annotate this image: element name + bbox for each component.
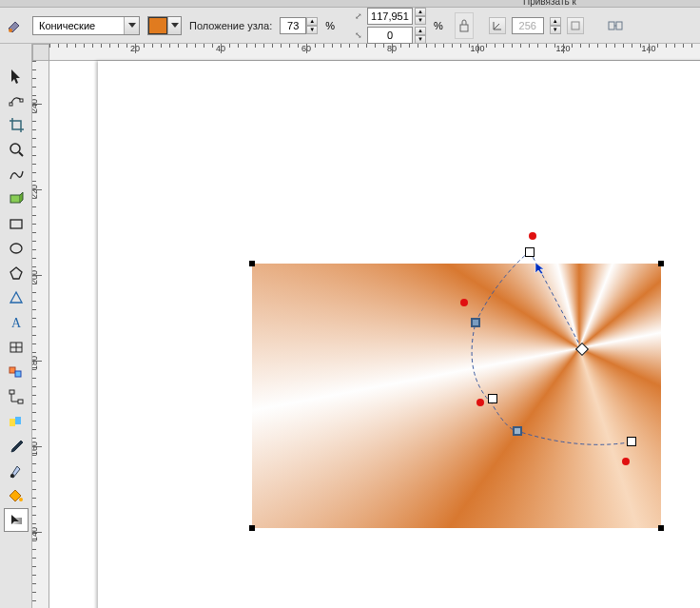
fill-node-start[interactable] (627, 437, 636, 446)
color-dropdown-button[interactable] (167, 17, 181, 34)
svg-point-20 (19, 498, 23, 501)
ellipse-tool-icon (8, 240, 25, 257)
svg-rect-1 (460, 25, 468, 31)
eyedropper-tool[interactable] (4, 434, 29, 458)
shape-tool-icon (8, 91, 25, 108)
svg-text:A: A (11, 316, 22, 330)
angle-button[interactable] (489, 17, 506, 34)
shape-tool[interactable] (4, 88, 29, 111)
edit-fill-icon[interactable] (4, 15, 25, 36)
selection-handle-br[interactable] (658, 525, 664, 531)
dropdown-button[interactable] (124, 17, 139, 34)
fill-node-2[interactable] (488, 394, 497, 403)
svg-rect-18 (15, 417, 21, 424)
vertical-ruler[interactable]: 240220200180160140120 (32, 61, 49, 608)
steps-input[interactable] (512, 17, 544, 34)
node-position-spinner[interactable]: ▲▼ (306, 17, 318, 34)
snap-label: Привязать к (523, 0, 576, 7)
connector-tool-icon (8, 388, 25, 405)
menu-fragment: Привязать к (0, 0, 700, 8)
blend-tool-icon (8, 413, 25, 430)
node-position-label: Положение узла: (189, 20, 272, 31)
svg-point-19 (10, 474, 14, 478)
node-position-unit: % (325, 20, 335, 31)
toolbox: A (0, 44, 32, 608)
chevron-down-icon (171, 23, 179, 28)
svg-rect-3 (609, 22, 614, 29)
coord-group: ⤢ ▲▼ ⤡ ▲▼ (352, 8, 426, 44)
horizontal-ruler[interactable]: 20406080100120140 (32, 44, 700, 61)
property-bar: Конические Положение узла: ▲▼ % ⤢ ▲▼ ⤡ ▲… (0, 8, 700, 44)
rectangle-tool[interactable] (4, 211, 29, 235)
svg-rect-8 (10, 195, 20, 203)
basic-shapes-tool[interactable] (4, 285, 29, 309)
table-tool-icon (8, 339, 25, 356)
copy-icon (608, 19, 623, 32)
canvas[interactable] (49, 61, 700, 608)
svg-point-0 (9, 29, 12, 32)
coord-y-input[interactable] (367, 27, 413, 44)
svg-rect-14 (15, 371, 21, 377)
dimension-tool-icon (8, 363, 25, 381)
text-tool[interactable]: A (4, 310, 29, 334)
square-icon (570, 20, 581, 31)
coord-y-spinner[interactable]: ▲▼ (415, 27, 426, 44)
copy-props-button[interactable] (607, 17, 624, 34)
svg-rect-6 (20, 99, 23, 102)
fill-node-selected[interactable] (471, 318, 480, 327)
color-swatch (148, 17, 167, 34)
fill-type-dropdown[interactable]: Конические (32, 16, 140, 35)
svg-rect-4 (616, 22, 622, 29)
freehand-tool[interactable] (4, 162, 29, 186)
midpoint-dot-4[interactable] (622, 458, 630, 465)
fill-node-end[interactable] (525, 247, 535, 257)
interactive-fill-tool[interactable] (4, 508, 29, 532)
table-tool[interactable] (4, 335, 29, 359)
x-icon: ⤢ (352, 10, 365, 23)
cursor-icon (535, 262, 548, 275)
interactive-fill-tool-icon (8, 512, 25, 529)
selection-handle-bl[interactable] (249, 525, 255, 531)
fill-color-picker[interactable] (147, 16, 182, 35)
zoom-tool-icon (8, 141, 25, 158)
fill-tool[interactable] (4, 483, 29, 507)
svg-point-7 (10, 144, 20, 153)
text-tool-icon: A (8, 314, 25, 331)
svg-rect-5 (10, 103, 12, 106)
outline-tool[interactable] (4, 459, 29, 482)
svg-rect-2 (572, 22, 579, 29)
midpoint-dot-1[interactable] (529, 232, 536, 240)
lock-button[interactable] (455, 12, 474, 39)
selection-handle-tl[interactable] (249, 261, 255, 266)
polygon-tool-icon (8, 265, 25, 282)
smart-fill-tool[interactable] (4, 186, 29, 210)
svg-rect-17 (10, 419, 15, 426)
node-position-input[interactable] (280, 17, 306, 34)
ellipse-tool[interactable] (4, 236, 29, 260)
coord-x-spinner[interactable]: ▲▼ (415, 8, 426, 25)
smart-fill-tool-icon (8, 190, 25, 207)
ruler-origin[interactable] (32, 44, 49, 61)
polygon-tool[interactable] (4, 261, 29, 284)
rectangle-tool-icon (8, 215, 25, 232)
midpoint-dot-3[interactable] (476, 399, 484, 406)
freehand-tool-icon (8, 166, 25, 183)
blend-tool[interactable] (4, 409, 29, 433)
zoom-tool[interactable] (4, 137, 29, 161)
fill-node-3[interactable] (513, 426, 522, 436)
svg-rect-9 (10, 220, 22, 228)
pick-tool[interactable] (4, 63, 29, 87)
gradient-object[interactable] (252, 264, 661, 528)
eyedropper-tool-icon (8, 438, 25, 455)
crop-tool[interactable] (4, 112, 29, 136)
pad-button[interactable] (567, 17, 584, 34)
connector-tool[interactable] (4, 384, 29, 408)
steps-spinner[interactable]: ▲▼ (550, 17, 561, 34)
svg-rect-13 (10, 367, 15, 373)
selection-handle-tr[interactable] (658, 261, 664, 266)
angle-icon (492, 20, 503, 31)
fill-tool-icon (8, 487, 25, 504)
coord-x-input[interactable] (367, 8, 413, 25)
dimension-tool[interactable] (4, 360, 29, 383)
midpoint-dot-2[interactable] (460, 299, 468, 306)
